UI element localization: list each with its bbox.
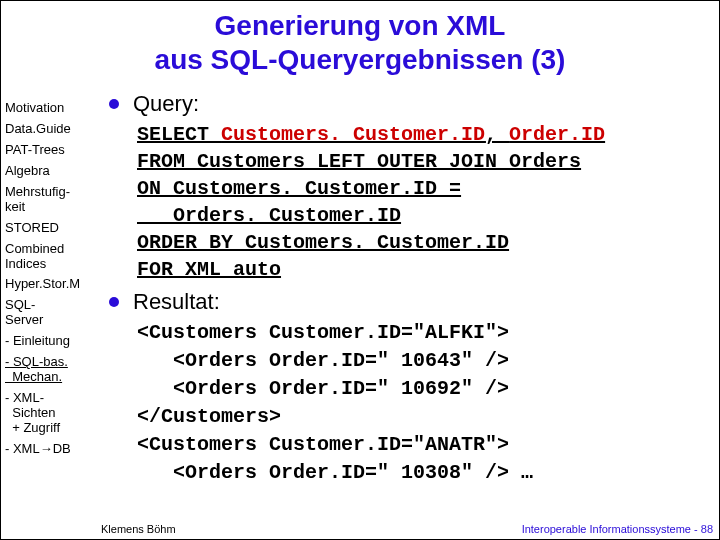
sidebar-item-xml-sichten[interactable]: - XML- Sichten + Zugriff bbox=[5, 391, 95, 436]
query-hl-customerid: Customers. Customer.ID bbox=[221, 123, 485, 146]
query-hl-orderid: Order.ID bbox=[509, 123, 605, 146]
sidebar-item-sqlserver[interactable]: SQL- Server bbox=[5, 298, 95, 328]
sidebar-item-einleitung[interactable]: - Einleitung bbox=[5, 334, 95, 349]
sidebar-item-pat-trees[interactable]: PAT-Trees bbox=[5, 143, 95, 158]
bullet-icon bbox=[109, 297, 119, 307]
bullet-result-label: Resultat: bbox=[133, 289, 220, 315]
slide: Generierung von XML aus SQL-Queryergebni… bbox=[0, 0, 720, 540]
query-code: SELECT Customers. Customer.ID, Order.ID … bbox=[137, 121, 709, 283]
footer-author: Klemens Böhm bbox=[101, 523, 176, 535]
bullet-query-label: Query: bbox=[133, 91, 199, 117]
result-code: <Customers Customer.ID="ALFKI"> <Orders … bbox=[137, 319, 709, 487]
sidebar-item-stored[interactable]: STORED bbox=[5, 221, 95, 236]
bullet-result: Resultat: bbox=[109, 289, 709, 315]
sidebar-item-motivation[interactable]: Motivation bbox=[5, 101, 95, 116]
result-hl-customerid: Customer.ID bbox=[269, 321, 401, 344]
sidebar: Motivation Data.Guide PAT-Trees Algebra … bbox=[5, 101, 95, 463]
sidebar-item-combined-indices[interactable]: Combined Indices bbox=[5, 242, 95, 272]
result-hl-orderid: Order.ID bbox=[269, 349, 365, 372]
sidebar-item-xml-db[interactable]: - XML→DB bbox=[5, 442, 95, 457]
title-line1: Generierung von XML bbox=[215, 10, 506, 41]
title-line2: aus SQL-Queryergebnissen (3) bbox=[155, 44, 566, 75]
content-area: Query: SELECT Customers. Customer.ID, Or… bbox=[109, 91, 709, 487]
sidebar-item-mehrstufigkeit[interactable]: Mehrstufig- keit bbox=[5, 185, 95, 215]
sidebar-item-hyperstorm[interactable]: Hyper.Stor.M bbox=[5, 277, 95, 292]
bullet-query: Query: bbox=[109, 91, 709, 117]
sidebar-item-algebra[interactable]: Algebra bbox=[5, 164, 95, 179]
footer: Klemens Böhm Interoperable Informationss… bbox=[1, 523, 719, 535]
sidebar-item-dataguide[interactable]: Data.Guide bbox=[5, 122, 95, 137]
sidebar-item-sql-bas-mechan[interactable]: - SQL-bas. Mechan. bbox=[5, 355, 95, 385]
slide-title: Generierung von XML aus SQL-Queryergebni… bbox=[1, 9, 719, 76]
bullet-icon bbox=[109, 99, 119, 109]
footer-page: Interoperable Informationssysteme - 88 bbox=[522, 523, 713, 535]
